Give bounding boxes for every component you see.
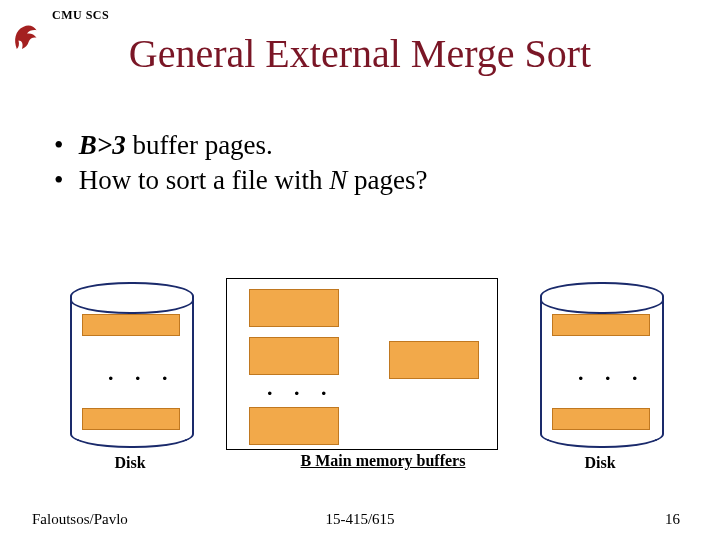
footer-page-number: 16 (665, 511, 680, 528)
slide-title: General External Merge Sort (0, 30, 720, 77)
disk-page (552, 408, 650, 430)
memory-buffer (249, 337, 339, 375)
ellipsis-icon: . . . (267, 375, 335, 401)
memory-buffer (249, 289, 339, 327)
footer-course: 15-415/615 (0, 511, 720, 528)
org-label: CMU SCS (52, 8, 109, 23)
bullet-list: • B>3 buffer pages. • How to sort a file… (54, 130, 427, 200)
bullet-1-emph: B>3 (79, 130, 126, 160)
bullet-1-rest: buffer pages. (126, 130, 273, 160)
left-disk-cylinder-icon (70, 282, 190, 432)
disk-page (82, 408, 180, 430)
memory-buffer (389, 341, 479, 379)
memory-buffer (249, 407, 339, 445)
disk-page (82, 314, 180, 336)
disk-page (552, 314, 650, 336)
memory-box: . . . (226, 278, 498, 450)
bullet-2-pre: How to sort a file with (79, 165, 329, 195)
right-disk-label: Disk (540, 454, 660, 472)
diagram-area: . . . Disk . . . B Main memory buffers .… (0, 270, 720, 470)
bullet-1: • B>3 buffer pages. (54, 130, 427, 161)
bullet-2-var: N (329, 165, 347, 195)
bullet-2: • How to sort a file with N pages? (54, 165, 427, 196)
slide: CMU SCS General External Merge Sort • B>… (0, 0, 720, 540)
bullet-2-post: pages? (347, 165, 427, 195)
memory-label: B Main memory buffers (268, 452, 498, 470)
ellipsis-icon: . . . (578, 360, 646, 386)
right-disk-cylinder-icon (540, 282, 660, 432)
ellipsis-icon: . . . (108, 360, 176, 386)
left-disk-label: Disk (70, 454, 190, 472)
